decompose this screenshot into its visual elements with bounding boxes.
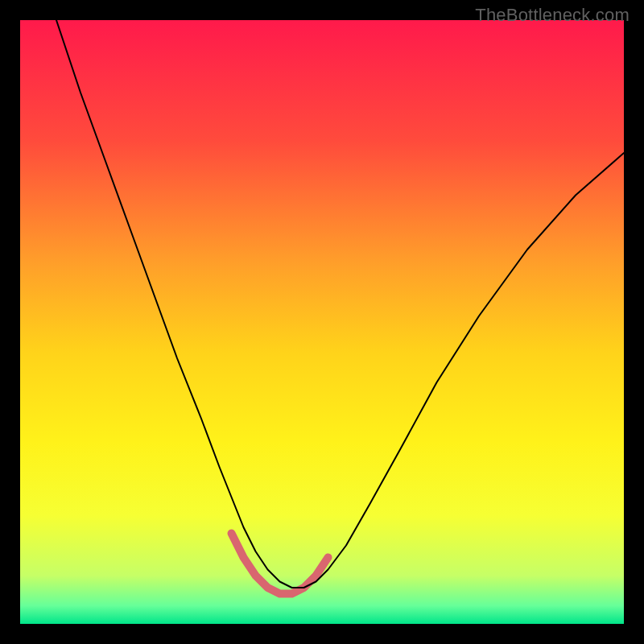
chart-frame: TheBottleneck.com: [0, 0, 644, 644]
watermark-text: TheBottleneck.com: [475, 5, 630, 26]
bottom-highlight-path: [232, 534, 328, 594]
main-curve-path: [56, 20, 624, 588]
curve-layer: [20, 20, 624, 624]
plot-area: [20, 20, 624, 624]
